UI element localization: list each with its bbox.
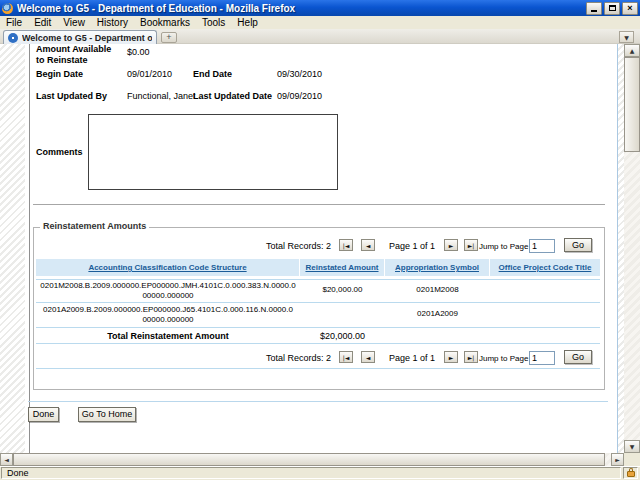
- content-left-border: [29, 44, 30, 453]
- vertical-scroll-thumb[interactable]: [624, 57, 640, 152]
- close-button[interactable]: ×: [622, 2, 638, 15]
- row-divider: [36, 327, 600, 328]
- row-divider: [36, 343, 600, 344]
- col-header-office-project-code-title-label: Office Project Code Title: [499, 263, 592, 272]
- page-margin-left: [0, 44, 25, 453]
- tabbar: Welcome to G5 - Department of Edu... + ▼: [0, 29, 640, 44]
- total-records-label: Total Records: 2: [266, 241, 331, 251]
- accs-line1: 0201M2008.B.2009.000000.EP000000.JMH.410…: [36, 281, 300, 291]
- col-header-accs-label: Accounting Classification Code Structure: [88, 263, 246, 272]
- page-indicator: Page 1 of 1: [389, 241, 435, 251]
- footer-separator: [28, 401, 608, 402]
- row-divider: [36, 302, 600, 303]
- scroll-down-button[interactable]: ▼: [624, 440, 640, 453]
- status-text: Done: [2, 468, 29, 478]
- jump-to-page-label: Jump to Page: [479, 242, 528, 251]
- begin-date-label: Begin Date: [36, 69, 83, 80]
- jump-to-page-input[interactable]: [529, 351, 555, 365]
- menubar: File Edit View History Bookmarks Tools H…: [0, 16, 640, 29]
- col-header-reinstated-amount-label: Reinstated Amount: [305, 263, 378, 272]
- scrollbar-corner: [624, 453, 640, 466]
- accs-line1: 0201A2009.B.2009.000000.EP000000.J65.410…: [36, 305, 300, 315]
- pager-prev-button[interactable]: ◄: [361, 351, 375, 363]
- horizontal-scroll-thumb[interactable]: [13, 453, 605, 466]
- content-right-border: [617, 44, 618, 453]
- go-button[interactable]: Go: [564, 238, 592, 252]
- jump-to-page-input[interactable]: [529, 239, 555, 253]
- row-divider: [36, 368, 600, 369]
- reinstatement-amounts-legend: Reinstatement Amounts: [40, 221, 149, 231]
- pager-first-button[interactable]: |◄: [339, 351, 353, 363]
- minimize-button[interactable]: [586, 2, 602, 15]
- section-separator: [33, 204, 605, 205]
- amount-available-value: $0.00: [127, 47, 150, 58]
- tab-active[interactable]: Welcome to G5 - Department of Edu...: [3, 30, 157, 44]
- pager-last-button[interactable]: ►|: [464, 351, 478, 363]
- scroll-right-button[interactable]: ►: [611, 453, 624, 466]
- new-tab-button[interactable]: +: [161, 32, 177, 43]
- site-favicon-icon: [8, 33, 18, 43]
- window-controls: ×: [586, 2, 638, 15]
- browser-window: Welcome to G5 - Department of Education …: [0, 0, 640, 480]
- page-indicator: Page 1 of 1: [389, 353, 435, 363]
- accs-line2: 00000.000000: [36, 315, 300, 325]
- pager-last-button[interactable]: ►|: [464, 239, 478, 251]
- amount-available-label: Amount Available to Reinstate: [36, 44, 121, 66]
- last-updated-by-label: Last Updated By: [36, 91, 107, 102]
- pager-next-button[interactable]: ►: [444, 351, 458, 363]
- go-button[interactable]: Go: [564, 350, 592, 364]
- jump-to-page-label: Jump to Page: [479, 354, 528, 363]
- scroll-left-button[interactable]: ◄: [0, 453, 13, 466]
- pager-next-button[interactable]: ►: [444, 239, 458, 251]
- begin-date-value: 09/01/2010: [127, 69, 172, 80]
- lock-icon: [627, 471, 635, 477]
- last-updated-date-label: Last Updated Date: [193, 91, 272, 102]
- pager-prev-button[interactable]: ◄: [361, 239, 375, 251]
- table-header-row: Accounting Classification Code Structure…: [36, 259, 600, 276]
- tab-title: Welcome to G5 - Department of Edu...: [22, 33, 152, 43]
- last-updated-date-value: 09/09/2010: [277, 91, 322, 102]
- scroll-up-button[interactable]: ▲: [624, 44, 640, 57]
- firefox-icon: [2, 3, 13, 14]
- titlebar[interactable]: Welcome to G5 - Department of Education …: [0, 0, 640, 16]
- col-header-appropriation-symbol[interactable]: Appropriation Symbol: [385, 259, 490, 276]
- menu-edit[interactable]: Edit: [28, 17, 57, 28]
- restore-icon: [609, 5, 616, 11]
- menu-file[interactable]: File: [0, 17, 28, 28]
- restore-button[interactable]: [604, 2, 620, 15]
- done-button[interactable]: Done: [28, 407, 59, 422]
- appropriation-symbol-cell: 0201M2008: [385, 285, 490, 295]
- menu-bookmarks[interactable]: Bookmarks: [134, 17, 196, 28]
- last-updated-by-value: Functional, Janet: [127, 91, 196, 102]
- col-header-reinstated-amount[interactable]: Reinstated Amount: [300, 259, 385, 276]
- col-header-office-project-code-title[interactable]: Office Project Code Title: [490, 259, 600, 276]
- accs-cell: 0201M2008.B.2009.000000.EP000000.JMH.410…: [36, 281, 300, 301]
- total-records-label: Total Records: 2: [266, 353, 331, 363]
- reinstated-amount-cell: $20,000.00: [300, 285, 385, 295]
- end-date-label: End Date: [193, 69, 232, 80]
- total-reinstatement-amount-label: Total Reinstatement Amount: [36, 331, 300, 341]
- appropriation-symbol-cell: 0201A2009: [385, 309, 490, 319]
- tab-list-button[interactable]: ▼: [619, 31, 634, 43]
- row-divider: [36, 279, 600, 280]
- menu-view[interactable]: View: [57, 17, 91, 28]
- menu-tools[interactable]: Tools: [196, 17, 231, 28]
- security-panel[interactable]: [623, 467, 638, 479]
- minimize-icon: [591, 10, 597, 12]
- col-header-appropriation-symbol-label: Appropriation Symbol: [395, 263, 479, 272]
- menu-help[interactable]: Help: [231, 17, 264, 28]
- col-header-accs[interactable]: Accounting Classification Code Structure: [36, 259, 300, 276]
- accs-cell: 0201A2009.B.2009.000000.EP000000.J65.410…: [36, 305, 300, 325]
- pager-first-button[interactable]: |◄: [339, 239, 353, 251]
- status-panel: Done: [1, 467, 621, 479]
- window-title: Welcome to G5 - Department of Education …: [17, 3, 586, 14]
- total-reinstatement-amount-value: $20,000.00: [300, 331, 385, 341]
- comments-textarea[interactable]: [88, 114, 338, 190]
- comments-label: Comments: [36, 147, 83, 158]
- go-to-home-button[interactable]: Go To Home: [78, 407, 136, 422]
- menu-history[interactable]: History: [91, 17, 134, 28]
- accs-line2: 00000.000000: [36, 291, 300, 301]
- end-date-value: 09/30/2010: [277, 69, 322, 80]
